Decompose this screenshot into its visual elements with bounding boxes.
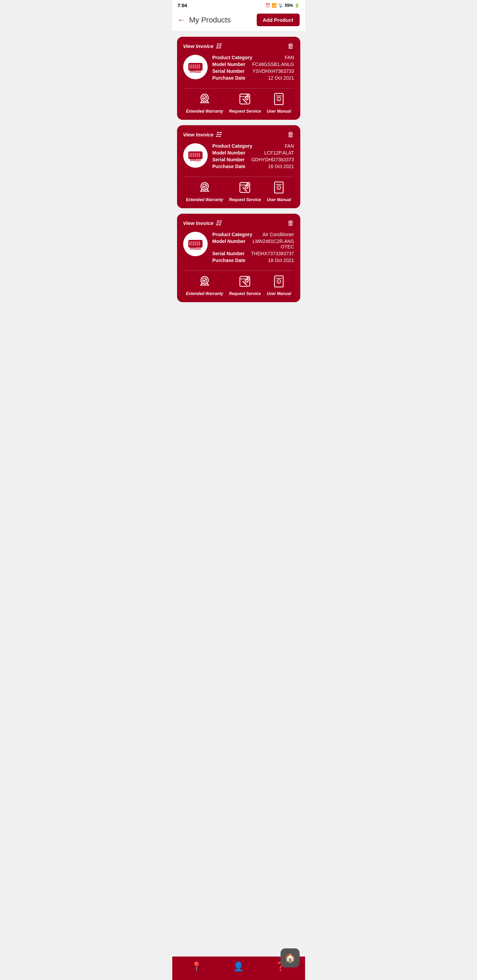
detail-row-3-3: Purchase Date18 Oct 2021 [212,258,294,263]
card-header-2: View Invoice ☷🗑 [183,130,294,138]
detail-label-3-0: Product Category [212,232,252,237]
svg-rect-5 [197,64,198,69]
card-header-1: View Invoice ☷🗑 [183,42,294,50]
action-manual3[interactable]: i User Manual [266,274,291,296]
battery-icon: 🔋 [295,3,300,8]
view-invoice-3[interactable]: View Invoice ☷ [183,220,221,227]
detail-value-2-3: 16 Oct 2021 [268,164,294,169]
svg-rect-43 [197,241,198,246]
invoice-icon-3: ☷ [215,220,221,227]
action-icon-warranty3 [197,274,212,289]
delete-button-3[interactable]: 🗑 [287,219,294,227]
add-product-button[interactable]: Add Product [257,14,300,26]
action-label-warranty2: Extended Warranty [186,197,223,202]
svg-rect-42 [195,241,196,246]
action-icon-warranty1 [197,91,212,107]
detail-label-2-1: Model Number [212,150,246,156]
detail-row-1-2: Serial NumberYSVDHXH7363733 [212,68,294,74]
action-icon-warranty2 [197,180,212,195]
action-icon-manual1: i [271,91,287,107]
products-list: View Invoice ☷🗑 Product CategoryFANModel… [172,31,305,336]
detail-label-3-2: Serial Number [212,251,245,256]
detail-value-2-2: GDHYDHD7363373 [251,157,294,162]
detail-label-3-3: Purchase Date [212,258,246,263]
action-warranty2[interactable]: Extended Warranty [186,180,223,202]
status-time: 7:04 [178,3,187,8]
action-warranty3[interactable]: Extended Warranty [186,274,223,296]
card-actions-2: Extended Warranty Request Service i User… [183,177,294,202]
svg-rect-3 [193,64,194,69]
svg-text:i: i [279,98,279,101]
delete-button-2[interactable]: 🗑 [287,130,294,138]
action-manual2[interactable]: i User Manual [266,180,291,202]
detail-value-1-3: 12 Oct 2021 [268,75,294,81]
page-title: My Products [189,16,231,24]
detail-value-3-2: THDHX7373383737 [251,251,294,256]
svg-rect-4 [195,64,196,69]
action-label-warranty3: Extended Warranty [186,291,223,296]
detail-value-3-0: Air Conditioner [263,232,294,237]
view-invoice-2[interactable]: View Invoice ☷ [183,131,221,138]
svg-rect-39 [189,241,190,246]
delete-button-1[interactable]: 🗑 [287,42,294,50]
card-actions-1: Extended Warranty Request Service i User… [183,88,294,114]
svg-rect-23 [195,153,196,157]
detail-row-3-1: Model NumberLMN2461C2R.ANSOTEC [212,239,294,250]
invoice-icon-1: ☷ [215,43,221,50]
alarm-icon: ⏰ [265,3,270,8]
svg-rect-1 [189,64,190,69]
card-body-3: Product CategoryAir ConditionerModel Num… [183,232,294,264]
svg-rect-25 [199,153,200,157]
card-header-3: View Invoice ☷🗑 [183,219,294,227]
detail-row-1-0: Product CategoryFAN [212,55,294,60]
wifi-icon: 📶 [272,3,277,8]
status-icons: ⏰ 📶 📡 55% 🔋 [265,3,299,8]
action-warranty1[interactable]: Extended Warranty [186,91,223,114]
header-left: ← My Products [178,16,231,24]
detail-label-1-0: Product Category [212,55,252,60]
product-card-1: View Invoice ☷🗑 Product CategoryFANModel… [177,37,300,120]
action-service1[interactable]: Request Service [229,91,261,114]
detail-row-2-0: Product CategoryFAN [212,143,294,149]
action-manual1[interactable]: i User Manual [266,91,291,114]
header: ← My Products Add Product [172,10,305,31]
detail-row-3-0: Product CategoryAir Conditioner [212,232,294,237]
action-icon-service3 [237,274,253,289]
svg-rect-24 [197,153,198,157]
detail-label-2-2: Serial Number [212,157,245,162]
detail-label-3-1: Model Number [212,239,246,250]
action-label-service2: Request Service [229,197,261,202]
product-icon-2 [183,143,208,168]
product-details-1: Product CategoryFANModel NumberFC48GSSB1… [212,55,294,82]
svg-rect-20 [189,153,190,157]
action-icon-manual3: i [271,274,287,289]
svg-rect-21 [191,153,192,157]
detail-label-2-3: Purchase Date [212,164,246,169]
action-service3[interactable]: Request Service [229,274,261,296]
view-invoice-1[interactable]: View Invoice ☷ [183,43,221,50]
action-label-manual2: User Manual [266,197,291,202]
invoice-icon-2: ☷ [215,131,221,138]
svg-rect-40 [191,241,192,246]
view-invoice-label-3: View Invoice [183,220,214,226]
back-button[interactable]: ← [178,16,185,24]
action-label-service3: Request Service [229,291,261,296]
detail-row-1-3: Purchase Date12 Oct 2021 [212,75,294,81]
view-invoice-label-1: View Invoice [183,43,214,49]
svg-text:i: i [279,280,279,283]
product-icon-1 [183,55,208,79]
svg-rect-2 [191,64,192,69]
svg-text:i: i [279,186,279,189]
detail-label-2-0: Product Category [212,143,252,149]
detail-label-1-1: Model Number [212,62,246,67]
product-icon-3 [183,232,208,256]
product-details-2: Product CategoryFANModel NumberLCF12P.AL… [212,143,294,170]
product-card-3: View Invoice ☷🗑 Product CategoryAir Cond… [177,214,300,302]
detail-label-1-3: Purchase Date [212,75,246,81]
detail-value-3-1: LMN2461C2R.ANSOTEC [249,239,294,250]
svg-rect-6 [199,64,200,69]
detail-row-2-2: Serial NumberGDHYDHD7363373 [212,157,294,162]
action-service2[interactable]: Request Service [229,180,261,202]
product-card-2: View Invoice ☷🗑 Product CategoryFANModel… [177,125,300,208]
action-icon-service1 [237,91,253,107]
